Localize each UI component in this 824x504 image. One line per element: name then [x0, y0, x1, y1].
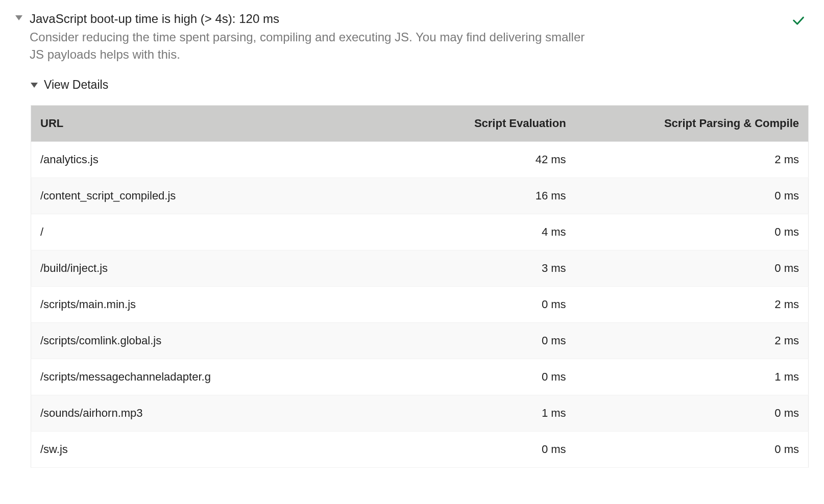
table-row: /sw.js 0 ms 0 ms: [31, 432, 809, 468]
cell-eval: 0 ms: [389, 359, 575, 395]
cell-parse: 0 ms: [575, 395, 809, 432]
cell-url: /analytics.js: [31, 142, 389, 178]
cell-eval: 0 ms: [389, 323, 575, 359]
cell-parse: 2 ms: [575, 323, 809, 359]
chevron-down-icon: [31, 83, 38, 88]
status-pass-icon: [791, 13, 806, 30]
cell-url: /scripts/messagechanneladapter.g: [31, 359, 389, 395]
cell-url: /content_script_compiled.js: [31, 178, 389, 214]
cell-parse: 0 ms: [575, 432, 809, 468]
audit-header[interactable]: JavaScript boot-up time is high (> 4s): …: [15, 10, 809, 64]
details-table: URL Script Evaluation Script Parsing & C…: [31, 105, 809, 468]
cell-url: /: [31, 214, 389, 250]
cell-eval: 16 ms: [389, 178, 575, 214]
cell-url: /build/inject.js: [31, 250, 389, 287]
details-section: View Details URL Script Evaluation Scrip…: [31, 78, 809, 468]
cell-url: /sw.js: [31, 432, 389, 468]
col-script-evaluation: Script Evaluation: [389, 106, 575, 142]
cell-parse: 0 ms: [575, 214, 809, 250]
cell-parse: 2 ms: [575, 142, 809, 178]
cell-parse: 1 ms: [575, 359, 809, 395]
table-row: /analytics.js 42 ms 2 ms: [31, 142, 809, 178]
cell-eval: 3 ms: [389, 250, 575, 287]
table-row: /scripts/messagechanneladapter.g 0 ms 1 …: [31, 359, 809, 395]
col-script-parsing-compile: Script Parsing & Compile: [575, 106, 809, 142]
chevron-down-icon[interactable]: [15, 15, 22, 20]
table-row: /scripts/comlink.global.js 0 ms 2 ms: [31, 323, 809, 359]
table-body: /analytics.js 42 ms 2 ms /content_script…: [31, 142, 809, 468]
table-row: /content_script_compiled.js 16 ms 0 ms: [31, 178, 809, 214]
cell-eval: 42 ms: [389, 142, 575, 178]
audit-description: Consider reducing the time spent parsing…: [30, 29, 601, 64]
table-row: /build/inject.js 3 ms 0 ms: [31, 250, 809, 287]
cell-eval: 4 ms: [389, 214, 575, 250]
view-details-label: View Details: [44, 78, 108, 92]
audit-item: JavaScript boot-up time is high (> 4s): …: [15, 10, 809, 468]
view-details-toggle[interactable]: View Details: [31, 78, 809, 92]
cell-url: /scripts/main.min.js: [31, 287, 389, 323]
col-url: URL: [31, 106, 389, 142]
cell-eval: 0 ms: [389, 432, 575, 468]
cell-eval: 0 ms: [389, 287, 575, 323]
table-row: /scripts/main.min.js 0 ms 2 ms: [31, 287, 809, 323]
audit-heading-block: JavaScript boot-up time is high (> 4s): …: [30, 10, 601, 64]
table-row: /sounds/airhorn.mp3 1 ms 0 ms: [31, 395, 809, 432]
cell-parse: 2 ms: [575, 287, 809, 323]
audit-title: JavaScript boot-up time is high (> 4s): …: [30, 10, 601, 28]
cell-url: /scripts/comlink.global.js: [31, 323, 389, 359]
cell-url: /sounds/airhorn.mp3: [31, 395, 389, 432]
table-header-row: URL Script Evaluation Script Parsing & C…: [31, 106, 809, 142]
table-row: / 4 ms 0 ms: [31, 214, 809, 250]
cell-parse: 0 ms: [575, 178, 809, 214]
cell-parse: 0 ms: [575, 250, 809, 287]
cell-eval: 1 ms: [389, 395, 575, 432]
